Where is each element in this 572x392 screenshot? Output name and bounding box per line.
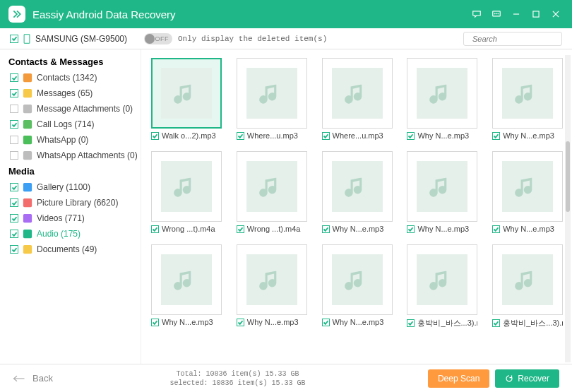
svg-rect-21 <box>23 245 32 254</box>
checkbox-icon[interactable] <box>10 183 18 191</box>
audio-thumbnail[interactable]: Why N...e.mp3 <box>322 151 393 233</box>
file-name: Why N...e.mp3 <box>247 318 299 326</box>
deleted-filter-toggle[interactable]: OFF Only display the deleted item(s) <box>144 33 327 44</box>
call-icon <box>23 119 32 129</box>
checkbox-icon[interactable] <box>237 225 244 233</box>
file-name: Wrong ...t).m4a <box>247 225 301 233</box>
device-selector[interactable]: SAMSUNG (SM-G9500) <box>10 34 141 44</box>
thumbnail-caption: Why N...e.mp3 <box>407 131 477 140</box>
sidebar-item-label: Messages (65) <box>37 87 93 100</box>
checkbox-icon[interactable] <box>10 214 18 222</box>
audio-thumbnail[interactable]: Where...u.mp3 <box>322 58 393 140</box>
sidebar-item-label: Contacts (1342) <box>37 71 97 84</box>
main-panel: Walk o...2).mp3Where...u.mp3Where...u.mp… <box>141 49 572 364</box>
status-text: Total: 10836 item(s) 15.33 GB selected: … <box>53 369 422 388</box>
checkbox-icon[interactable] <box>322 319 330 326</box>
thumbnail-caption: Why N...e.mp3 <box>151 318 222 326</box>
audio-thumbnail[interactable]: Walk o...2).mp3 <box>151 58 222 140</box>
audio-thumbnail[interactable]: Where...u.mp3 <box>237 58 307 140</box>
search-box[interactable] <box>463 32 562 46</box>
checkbox-icon[interactable] <box>492 319 500 327</box>
file-name: Why N...e.mp3 <box>503 225 554 233</box>
back-button[interactable]: Back <box>13 373 53 384</box>
audio-thumbnail[interactable]: Wrong ...t).m4a <box>151 151 222 233</box>
audio-thumbnail[interactable]: Why N...e.mp3 <box>407 58 477 140</box>
sidebar-item-label: Gallery (1100) <box>37 181 90 194</box>
thumbnail-caption: Why N...e.mp3 <box>322 225 393 233</box>
checkbox-icon[interactable] <box>151 132 159 140</box>
minimize-button[interactable] <box>508 6 524 22</box>
device-checkbox[interactable] <box>10 35 18 43</box>
checkbox-icon[interactable] <box>10 89 18 97</box>
checkbox-icon[interactable] <box>10 198 18 207</box>
sidebar-item[interactable]: Contacts (1342) <box>10 70 141 85</box>
sidebar-item[interactable]: Picture Library (6620) <box>10 195 141 210</box>
svg-point-1 <box>494 13 495 14</box>
chat-icon[interactable] <box>489 6 504 22</box>
sidebar-group-title: Contacts & Messages <box>8 57 141 67</box>
sidebar-item[interactable]: Message Attachments (0) <box>10 101 141 117</box>
doc-icon <box>23 244 32 254</box>
maximize-button[interactable] <box>528 6 544 22</box>
checkbox-icon[interactable] <box>237 132 244 140</box>
sidebar-item-label: WhatsApp (0) <box>37 133 88 146</box>
audio-thumbnail[interactable]: Why N...e.mp3 <box>151 244 222 328</box>
svg-rect-5 <box>533 11 539 17</box>
music-note-icon <box>417 68 467 119</box>
audio-thumbnail[interactable]: 홍박비_바스...3).mp3 <box>407 244 477 328</box>
audio-thumbnail[interactable]: Wrong ...t).m4a <box>237 151 307 233</box>
checkbox-icon[interactable] <box>151 319 159 326</box>
sidebar-item-label: Picture Library (6620) <box>37 196 118 209</box>
checkbox-icon[interactable] <box>322 225 330 233</box>
checkbox-icon[interactable] <box>10 136 18 144</box>
thumbnail-caption: Why N...e.mp3 <box>492 225 563 233</box>
scrollbar-handle[interactable] <box>566 141 570 212</box>
sidebar-item[interactable]: Gallery (1100) <box>10 179 141 195</box>
search-input[interactable] <box>472 35 571 43</box>
svg-rect-19 <box>23 214 32 222</box>
scrollbar[interactable] <box>565 55 571 362</box>
checkbox-icon[interactable] <box>10 120 18 129</box>
checkbox-icon[interactable] <box>151 225 159 233</box>
recover-button[interactable]: Recover <box>495 369 559 388</box>
checkbox-icon[interactable] <box>322 132 330 140</box>
thumbnail-caption: Wrong ...t).m4a <box>151 225 222 233</box>
audio-icon <box>23 229 32 239</box>
deep-scan-button[interactable]: Deep Scan <box>428 369 489 388</box>
checkbox-icon[interactable] <box>237 319 244 326</box>
sidebar-item[interactable]: WhatsApp (0) <box>10 132 141 148</box>
audio-thumbnail[interactable]: Why N...e.mp3 <box>492 151 563 233</box>
sidebar-item[interactable]: Audio (175) <box>10 226 141 242</box>
music-note-icon <box>502 254 553 305</box>
checkbox-icon[interactable] <box>492 132 500 140</box>
checkbox-icon[interactable] <box>10 151 18 160</box>
svg-rect-14 <box>23 120 32 129</box>
sidebar-item[interactable]: Documents (49) <box>10 242 141 257</box>
checkbox-icon[interactable] <box>407 319 415 327</box>
music-note-icon <box>502 161 553 212</box>
music-note-icon <box>332 161 383 212</box>
svg-rect-17 <box>23 183 32 191</box>
sidebar-item[interactable]: Call Logs (714) <box>10 117 141 132</box>
file-name: Why N...e.mp3 <box>417 225 469 233</box>
feedback-icon[interactable] <box>469 6 484 22</box>
checkbox-icon[interactable] <box>407 132 415 140</box>
audio-thumbnail[interactable]: Why N...e.mp3 <box>237 244 307 328</box>
checkbox-icon[interactable] <box>10 245 18 254</box>
checkbox-icon[interactable] <box>10 73 18 82</box>
toggle-switch[interactable]: OFF <box>144 33 172 44</box>
sidebar-item[interactable]: Videos (771) <box>10 210 141 226</box>
checkbox-icon[interactable] <box>10 230 18 238</box>
checkbox-icon[interactable] <box>10 105 18 113</box>
sidebar-item[interactable]: Messages (65) <box>10 85 141 101</box>
checkbox-icon[interactable] <box>407 225 415 233</box>
audio-thumbnail[interactable]: Why N...e.mp3 <box>322 244 393 328</box>
checkbox-icon[interactable] <box>492 225 500 233</box>
footer: Back Total: 10836 item(s) 15.33 GB selec… <box>0 364 572 392</box>
audio-thumbnail[interactable]: Why N...e.mp3 <box>407 151 477 233</box>
thumbnail-grid: Walk o...2).mp3Where...u.mp3Where...u.mp… <box>151 58 568 328</box>
audio-thumbnail[interactable]: 홍박비_바스...3).mp3 <box>492 244 563 328</box>
close-button[interactable] <box>548 6 564 22</box>
audio-thumbnail[interactable]: Why N...e.mp3 <box>492 58 563 140</box>
sidebar-item[interactable]: WhatsApp Attachments (0) <box>10 148 141 163</box>
